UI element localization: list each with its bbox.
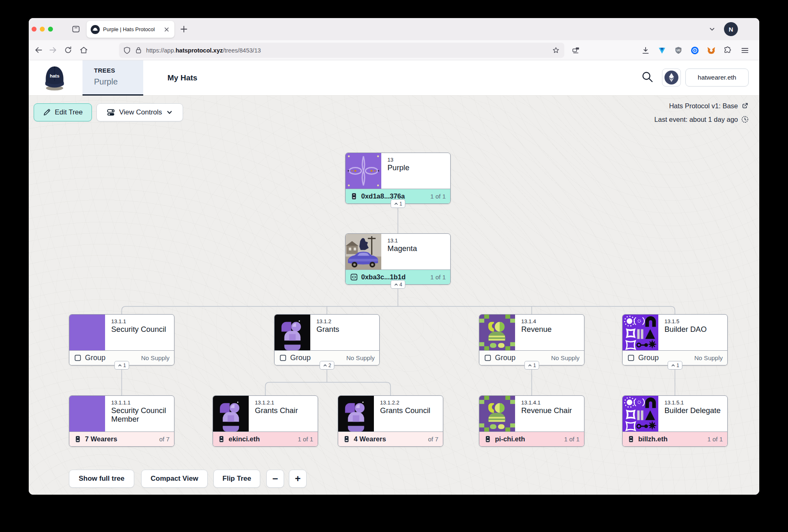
hat-node-13[interactable]: 13Purple 0xd1a8...376a1 of 1 1 — [345, 153, 451, 204]
compact-view-button[interactable]: Compact View — [141, 470, 208, 488]
hat-wearer: 4 Wearers — [354, 435, 386, 443]
show-full-tree-label: Show full tree — [79, 475, 124, 483]
hat-type: Group — [638, 354, 659, 362]
hat-id: 13.1.1 — [111, 318, 166, 324]
hat-supply: 1 of 1 — [707, 436, 723, 443]
hat-image-solid-purple — [69, 315, 105, 350]
chevron-up-icon — [394, 202, 398, 205]
hat-image-revenue — [479, 315, 515, 350]
new-tab-button[interactable] — [179, 24, 189, 34]
ud-label: UD — [676, 49, 680, 52]
child-count-badge[interactable]: 2 — [319, 361, 334, 370]
zoom-window-button[interactable] — [48, 27, 53, 32]
hat-node-13-1-5[interactable]: 13.1.5Builder DAO GroupNo Supply 1 — [622, 314, 728, 365]
menu-hamburger-icon[interactable] — [740, 46, 749, 55]
profile-avatar[interactable]: N — [724, 22, 738, 36]
group-checkbox-icon — [627, 354, 635, 362]
hat-name: Security Council Member — [111, 406, 171, 423]
hat-image-builder — [623, 315, 658, 350]
hat-name: Magenta — [387, 244, 417, 253]
hat-name: Builder Delegate — [664, 406, 721, 415]
bookmark-star-icon[interactable] — [552, 46, 560, 55]
hat-name: Grants Council — [380, 406, 430, 415]
child-count: 4 — [399, 282, 402, 288]
hat-supply: 1 of 1 — [564, 436, 580, 443]
home-icon[interactable] — [79, 46, 88, 55]
close-window-button[interactable] — [32, 27, 37, 32]
hat-name: Security Council — [111, 325, 166, 333]
hat-id: 13.1.5.1 — [664, 400, 721, 406]
search-icon[interactable] — [641, 71, 654, 84]
external-link-icon[interactable] — [741, 102, 749, 110]
shield-permissions-icon[interactable] — [123, 46, 131, 54]
network-label: Hats Protocol v1: Base — [669, 102, 738, 110]
child-count-badge[interactable]: 1 — [524, 361, 539, 370]
group-checkbox-icon — [484, 354, 492, 362]
view-controls-button[interactable]: View Controls — [96, 103, 183, 121]
zoom-out-button[interactable]: − — [266, 470, 284, 488]
hat-supply: of 7 — [428, 436, 438, 443]
screenshot-tool-icon[interactable] — [571, 46, 580, 55]
hat-node-13-1-5-1[interactable]: 13.1.5.1Builder Delegate billzh.eth1 of … — [622, 395, 728, 447]
hats-logo[interactable]: hats — [44, 64, 66, 91]
hat-node-13-1-2[interactable]: 13.1.2Grants GroupNo Supply 2 — [274, 314, 380, 365]
child-count-badge[interactable]: 1 — [390, 199, 405, 208]
account-button[interactable]: hatwearer.eth — [685, 68, 749, 87]
hat-node-13-1[interactable]: 13.1Magenta 0xba3c...1b1d1 of 1 4 — [345, 233, 451, 285]
tab-overview-icon[interactable] — [71, 25, 80, 34]
hat-node-13-1-4-1[interactable]: 13.1.4.1Revenue Chair pi-chi.eth1 of 1 — [479, 395, 584, 447]
hat-image-grants — [275, 315, 310, 350]
flip-tree-label: Flip Tree — [222, 475, 251, 483]
show-full-tree-button[interactable]: Show full tree — [69, 470, 134, 488]
url-text[interactable]: https://app.hatsprotocol.xyz/trees/8453/… — [146, 47, 548, 54]
browser-tab-bar: Purple | Hats Protocol N — [29, 18, 759, 40]
child-count-badge[interactable]: 1 — [667, 361, 683, 370]
downloads-icon[interactable] — [641, 46, 650, 55]
hat-id: 13.1.4 — [521, 318, 552, 324]
browser-window: Purple | Hats Protocol N https://app.hat… — [29, 18, 759, 495]
chevron-up-icon — [527, 363, 532, 367]
url-bar[interactable]: https://app.hatsprotocol.xyz/trees/8453/… — [119, 43, 564, 58]
minimize-window-button[interactable] — [40, 27, 45, 32]
forward-icon[interactable] — [48, 46, 57, 55]
hat-id: 13.1 — [387, 237, 417, 244]
edit-tree-button[interactable]: Edit Tree — [34, 103, 92, 121]
network-row[interactable]: Hats Protocol v1: Base — [654, 100, 749, 111]
extension-gem-icon[interactable] — [657, 46, 667, 55]
child-count-badge[interactable]: 1 — [114, 361, 129, 370]
extension-metamask-icon[interactable] — [707, 46, 716, 55]
extension-1password-icon[interactable] — [690, 46, 699, 55]
zoom-in-label: + — [295, 473, 300, 484]
chevron-down-icon — [166, 109, 173, 116]
nav-tab-my-hats[interactable]: My Hats — [167, 60, 197, 96]
reload-icon[interactable] — [64, 46, 73, 55]
hat-node-13-1-2-2[interactable]: 13.1.2.2Grants Council 4 Wearersof 7 — [338, 395, 443, 447]
zoom-in-button[interactable]: + — [289, 470, 307, 488]
id-card-icon — [350, 192, 358, 200]
hat-node-13-1-1[interactable]: 13.1.1Security Council GroupNo Supply 1 — [69, 314, 174, 365]
extension-ud-shield-icon[interactable]: UD — [674, 46, 683, 55]
hat-wearer: 7 Wearers — [85, 435, 117, 443]
tab-list-chevron-icon[interactable] — [708, 25, 716, 33]
back-icon[interactable] — [34, 46, 43, 55]
nav-tab-label: TREES — [94, 67, 143, 74]
extensions-puzzle-icon[interactable] — [723, 46, 732, 55]
active-tab[interactable]: Purple | Hats Protocol — [87, 21, 174, 38]
hat-node-13-1-1-1[interactable]: 13.1.1.1Security Council Member 7 Wearer… — [69, 395, 174, 447]
wallet-network-button[interactable] — [662, 68, 681, 87]
hat-wearer: pi-chi.eth — [495, 435, 525, 443]
child-count-badge[interactable]: 4 — [390, 280, 405, 289]
tab-close-icon[interactable] — [163, 26, 170, 33]
hat-supply: 1 of 1 — [430, 193, 446, 200]
hat-supply: 1 of 1 — [430, 274, 446, 281]
hat-id: 13 — [387, 157, 409, 163]
url-prefix: https://app. — [146, 47, 176, 54]
id-card-icon — [484, 435, 492, 443]
nav-tab-trees[interactable]: TREES Purple — [82, 60, 143, 96]
flip-tree-button[interactable]: Flip Tree — [213, 470, 260, 488]
hat-node-13-1-2-1[interactable]: 13.1.2.1Grants Chair ekinci.eth1 of 1 — [213, 395, 318, 447]
hat-type: Group — [290, 354, 311, 362]
last-event-row: Last event: about 1 day ago — [654, 114, 749, 125]
lock-icon[interactable] — [135, 46, 142, 54]
hat-node-13-1-4[interactable]: 13.1.4Revenue GroupNo Supply 1 — [479, 314, 584, 365]
